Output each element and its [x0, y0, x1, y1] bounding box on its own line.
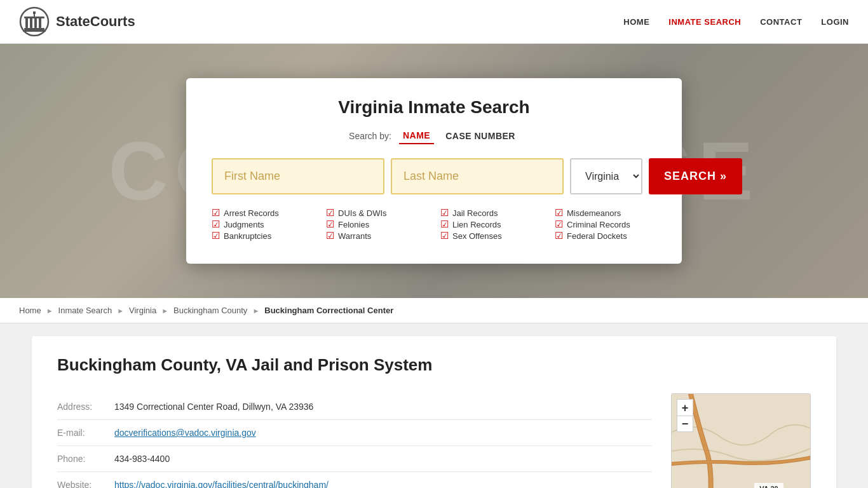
checkbox-duis: ☑ DUIs & DWIs [326, 207, 428, 219]
nav-inmate-search[interactable]: INMATE SEARCH [668, 17, 741, 27]
svg-rect-8 [24, 28, 44, 30]
checkbox-label-judgments: Judgments [224, 220, 264, 229]
checkbox-lien-records: ☑ Lien Records [440, 219, 542, 230]
logo-text: StateCourts [56, 13, 135, 30]
checkbox-arrest-records: ☑ Arrest Records [212, 207, 313, 219]
state-select[interactable]: Virginia [570, 158, 642, 194]
address-row: Address: 1349 Correctional Center Road, … [57, 394, 652, 420]
facility-title: Buckingham County, VA Jail and Prison Sy… [57, 355, 652, 375]
checkbox-icon: ☑ [440, 207, 449, 219]
checkbox-icon: ☑ [326, 230, 334, 241]
checkbox-judgments: ☑ Judgments [212, 219, 313, 230]
email-link[interactable]: docverifications@vadoc.virginia.gov [114, 428, 256, 438]
svg-text:VA 20: VA 20 [759, 485, 778, 488]
search-by-label: Search by: [349, 131, 391, 141]
svg-rect-4 [30, 18, 32, 28]
breadcrumb-home[interactable]: Home [19, 306, 41, 315]
checkbox-label-federal: Federal Dockets [567, 231, 627, 241]
main-content: Buckingham County, VA Jail and Prison Sy… [32, 336, 836, 488]
map-controls: + − [677, 399, 693, 432]
map-container: + − VA 20 [671, 393, 811, 488]
checkbox-icon: ☑ [326, 207, 334, 219]
header: StateCourts HOME INMATE SEARCH CONTACT L… [0, 0, 868, 44]
website-label: Website: [57, 472, 114, 489]
tab-name[interactable]: NAME [399, 128, 434, 144]
nav-contact[interactable]: CONTACT [760, 17, 802, 27]
checkbox-col-4: ☑ Misdemeanors ☑ Criminal Records ☑ Fede… [555, 207, 656, 241]
checkbox-label-bankruptcies: Bankruptcies [224, 231, 271, 241]
breadcrumb-sep-4: ► [252, 307, 259, 315]
breadcrumb: Home ► Inmate Search ► Virginia ► Buckin… [0, 298, 868, 323]
checkbox-icon: ☑ [212, 207, 220, 219]
email-label: E-mail: [57, 420, 114, 446]
phone-row: Phone: 434-983-4400 [57, 446, 652, 472]
nav-home[interactable]: HOME [623, 17, 649, 27]
nav-login[interactable]: LOGIN [821, 17, 849, 27]
map-zoom-out[interactable]: − [677, 416, 693, 432]
checkbox-label-arrest: Arrest Records [224, 208, 279, 218]
phone-label: Phone: [57, 446, 114, 472]
email-row: E-mail: docverifications@vadoc.virginia.… [57, 420, 652, 446]
first-name-input[interactable] [212, 158, 384, 194]
checkbox-icon: ☑ [555, 219, 563, 230]
checkbox-icon: ☑ [440, 230, 449, 241]
breadcrumb-buckingham-county[interactable]: Buckingham County [173, 306, 247, 315]
checkbox-col-2: ☑ DUIs & DWIs ☑ Felonies ☑ Warrants [326, 207, 428, 241]
breadcrumb-current: Buckingham Correctional Center [264, 306, 393, 315]
checkbox-icon: ☑ [555, 207, 563, 219]
checkbox-label-jail: Jail Records [452, 208, 498, 218]
search-button[interactable]: SEARCH » [649, 158, 742, 194]
checkbox-label-misdemeanors: Misdemeanors [567, 208, 621, 218]
checkbox-federal-dockets: ☑ Federal Dockets [555, 230, 656, 241]
checkbox-icon: ☑ [440, 219, 449, 230]
search-fields: Virginia SEARCH » [212, 158, 656, 194]
breadcrumb-virginia[interactable]: Virginia [129, 306, 156, 315]
website-value: https://vadoc.virginia.gov/facilities/ce… [114, 472, 652, 489]
svg-rect-9 [23, 30, 46, 32]
phone-value: 434-983-4400 [114, 446, 652, 472]
checkbox-icon: ☑ [212, 230, 220, 241]
email-value: docverifications@vadoc.virginia.gov [114, 420, 652, 446]
breadcrumb-sep-1: ► [46, 307, 53, 315]
checkbox-sex-offenses: ☑ Sex Offenses [440, 230, 542, 241]
checkbox-bankruptcies: ☑ Bankruptcies [212, 230, 313, 241]
checkbox-jail-records: ☑ Jail Records [440, 207, 542, 219]
search-by-row: Search by: NAME CASE NUMBER [212, 128, 656, 144]
info-table: Address: 1349 Correctional Center Road, … [57, 394, 652, 488]
checkbox-felonies: ☑ Felonies [326, 219, 428, 230]
last-name-input[interactable] [391, 158, 564, 194]
logo-icon [19, 6, 50, 37]
svg-rect-3 [25, 18, 28, 28]
address-label: Address: [57, 394, 114, 420]
checkbox-icon: ☑ [212, 219, 220, 230]
svg-rect-6 [39, 18, 41, 28]
checkbox-col-3: ☑ Jail Records ☑ Lien Records ☑ Sex Offe… [440, 207, 542, 241]
checkbox-label-felonies: Felonies [338, 220, 369, 229]
nav-links: HOME INMATE SEARCH CONTACT LOGIN [623, 17, 849, 27]
website-link[interactable]: https://vadoc.virginia.gov/facilities/ce… [114, 480, 329, 488]
checkbox-label-criminal: Criminal Records [567, 220, 630, 229]
checkbox-label-sex: Sex Offenses [452, 231, 502, 241]
hero-section: COURTHOUSE Virginia Inmate Search Search… [0, 44, 868, 298]
checkbox-misdemeanors: ☑ Misdemeanors [555, 207, 656, 219]
checkboxes-grid: ☑ Arrest Records ☑ Judgments ☑ Bankruptc… [212, 207, 656, 241]
checkbox-label-lien: Lien Records [452, 220, 501, 229]
checkbox-warrants: ☑ Warrants [326, 230, 428, 241]
svg-rect-5 [34, 18, 37, 28]
checkbox-icon: ☑ [555, 230, 563, 241]
tab-case-number[interactable]: CASE NUMBER [442, 128, 519, 144]
checkbox-label-warrants: Warrants [338, 231, 371, 241]
svg-rect-1 [33, 11, 36, 14]
modal-title: Virginia Inmate Search [212, 97, 656, 118]
map-zoom-in[interactable]: + [677, 399, 693, 416]
breadcrumb-sep-2: ► [117, 307, 124, 315]
checkbox-col-1: ☑ Arrest Records ☑ Judgments ☑ Bankruptc… [212, 207, 313, 241]
checkbox-criminal-records: ☑ Criminal Records [555, 219, 656, 230]
content-left: Buckingham County, VA Jail and Prison Sy… [57, 355, 652, 488]
checkbox-label-duis: DUIs & DWIs [338, 208, 387, 218]
breadcrumb-inmate-search[interactable]: Inmate Search [58, 306, 112, 315]
search-modal: Virginia Inmate Search Search by: NAME C… [186, 78, 682, 264]
svg-rect-7 [24, 17, 44, 18]
checkbox-icon: ☑ [326, 219, 334, 230]
website-row: Website: https://vadoc.virginia.gov/faci… [57, 472, 652, 489]
